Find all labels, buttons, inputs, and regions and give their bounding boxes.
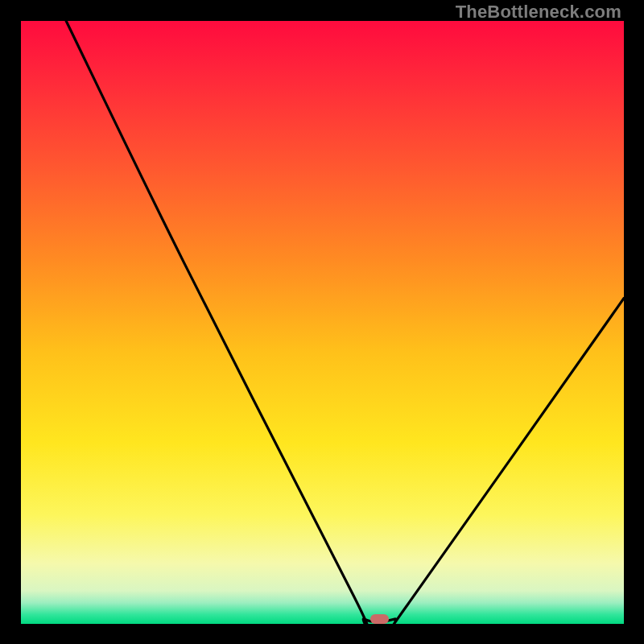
optimal-marker <box>370 614 389 624</box>
svg-rect-0 <box>21 21 624 624</box>
chart-frame: TheBottleneck.com <box>0 0 644 644</box>
background-gradient <box>21 21 624 624</box>
plot-area <box>21 21 624 624</box>
watermark-text: TheBottleneck.com <box>456 2 621 23</box>
